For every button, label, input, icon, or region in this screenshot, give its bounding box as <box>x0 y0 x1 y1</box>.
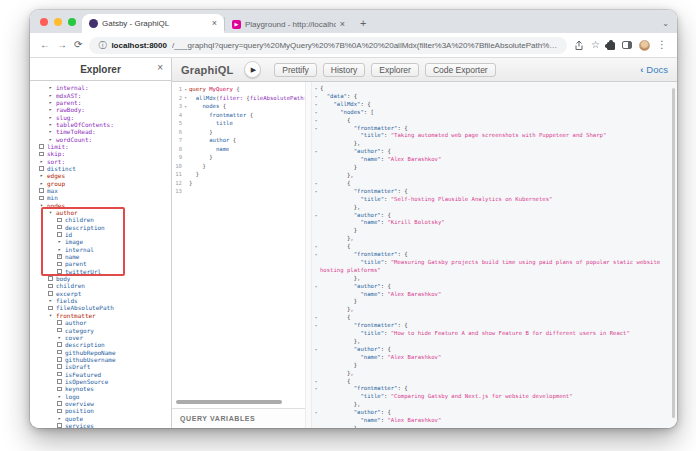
fold-arrow-icon[interactable]: ▾ <box>312 109 320 117</box>
explorer-tree-item[interactable]: ▸slug: <box>38 113 171 120</box>
window-minimize-button[interactable] <box>54 18 62 26</box>
fold-arrow-icon[interactable]: ▾ <box>312 283 320 291</box>
explorer-tree-item[interactable]: position <box>38 407 171 414</box>
expand-arrow-icon[interactable]: ▸ <box>56 416 63 421</box>
field-checkbox[interactable] <box>56 409 63 414</box>
expand-arrow-icon[interactable]: ▸ <box>47 107 54 112</box>
field-checkbox[interactable] <box>56 262 63 267</box>
expand-arrow-icon[interactable]: ▸ <box>38 173 45 178</box>
fold-arrow-icon[interactable]: ▾ <box>312 125 320 133</box>
explorer-tree-item[interactable]: parent <box>38 260 171 267</box>
explorer-tree-item[interactable]: max <box>38 187 171 194</box>
window-close-button[interactable] <box>40 18 48 26</box>
collapse-arrow-icon[interactable]: ▾ <box>38 203 45 208</box>
fold-arrow-icon[interactable]: ▾ <box>312 385 320 393</box>
explorer-tree-item[interactable]: overview <box>38 400 171 407</box>
explorer-tree-item[interactable]: ▸logo <box>38 392 171 399</box>
collapse-arrow-icon[interactable]: ▾ <box>47 313 54 318</box>
explorer-tree-item[interactable]: ▸quote <box>38 414 171 421</box>
field-checkbox[interactable] <box>38 166 45 171</box>
field-checkbox[interactable] <box>56 372 63 377</box>
toolbar-button-history[interactable]: History <box>323 63 365 77</box>
expand-arrow-icon[interactable]: ▸ <box>47 100 54 105</box>
explorer-tree-item[interactable]: category <box>38 326 171 333</box>
field-checkbox[interactable] <box>47 276 54 281</box>
explorer-close-icon[interactable]: × <box>157 62 163 73</box>
docs-button[interactable]: ‹ Docs <box>640 64 668 75</box>
field-checkbox[interactable] <box>56 225 63 230</box>
query-code[interactable]: 1▾query MyQuery {2▾ allMdx(filter: {file… <box>172 82 305 408</box>
explorer-tree-item[interactable]: githubRepoName <box>38 348 171 355</box>
window-zoom-button[interactable] <box>68 18 76 26</box>
address-bar[interactable]: ⓘ localhost:8000/___graphql?query=query%… <box>89 37 567 54</box>
field-checkbox[interactable] <box>38 152 45 157</box>
field-checkbox[interactable] <box>56 269 63 274</box>
fold-arrow-icon[interactable]: ▾ <box>312 85 320 93</box>
explorer-tree-item[interactable]: ▸mdxAST: <box>38 91 171 98</box>
explorer-tree-item[interactable]: skip: <box>38 150 171 157</box>
tab-close-icon[interactable]: × <box>212 19 217 28</box>
explorer-tree-item[interactable]: services <box>38 422 171 428</box>
expand-arrow-icon[interactable]: ▸ <box>47 129 54 134</box>
field-checkbox[interactable] <box>56 350 63 355</box>
explorer-tree-item[interactable]: children <box>38 282 171 289</box>
field-checkbox[interactable] <box>56 342 63 347</box>
tab-close-icon[interactable]: × <box>340 20 345 29</box>
field-checkbox[interactable] <box>56 364 63 369</box>
field-checkbox[interactable] <box>38 188 45 193</box>
field-checkbox[interactable] <box>56 232 63 237</box>
explorer-tree-item[interactable]: ▸cover <box>38 334 171 341</box>
expand-arrow-icon[interactable]: ▸ <box>47 93 54 98</box>
forward-icon[interactable]: → <box>57 40 67 50</box>
fold-arrow-icon[interactable]: ▾ <box>312 346 320 354</box>
expand-arrow-icon[interactable]: ▸ <box>56 247 63 252</box>
fold-arrow-icon[interactable]: ▾ <box>182 104 189 109</box>
explorer-tree-item[interactable]: description <box>38 224 171 231</box>
explorer-tree-item[interactable]: ▸timeToRead: <box>38 128 171 135</box>
explorer-tree-item[interactable]: ▸group <box>38 179 171 186</box>
expand-arrow-icon[interactable]: ▸ <box>56 394 63 399</box>
explorer-tree-item[interactable]: limit: <box>38 143 171 150</box>
field-checkbox[interactable] <box>56 328 63 333</box>
side-panel-icon[interactable] <box>622 41 632 49</box>
explorer-tree-item[interactable]: ▸tableOfContents: <box>38 121 171 128</box>
explorer-field-tree[interactable]: ▸internal:▸mdxAST:▸parent:▸rawBody:▸slug… <box>30 81 171 428</box>
explorer-tree-item[interactable]: ▸image <box>38 238 171 245</box>
collapse-arrow-icon[interactable]: ▾ <box>47 210 54 215</box>
horizontal-scrollbar[interactable] <box>176 400 282 404</box>
fold-arrow-icon[interactable]: ▾ <box>312 409 320 417</box>
expand-arrow-icon[interactable]: ▸ <box>56 335 63 340</box>
vertical-scrollbar[interactable] <box>672 88 675 418</box>
field-checkbox[interactable] <box>47 284 54 289</box>
toolbar-button-code-exporter[interactable]: Code Exporter <box>425 63 496 77</box>
explorer-tree-item[interactable]: ▸internal: <box>38 84 171 91</box>
fold-arrow-icon[interactable]: ▾ <box>312 148 320 156</box>
pane-resize-divider[interactable] <box>305 82 312 428</box>
refresh-icon[interactable]: ⟳ <box>74 40 82 50</box>
explorer-tree-item[interactable]: ▾frontmatter <box>38 312 171 319</box>
new-tab-button[interactable]: + <box>360 18 366 29</box>
explorer-tree-item[interactable]: ▸wordCount: <box>38 135 171 142</box>
explorer-tree-item[interactable]: body <box>38 275 171 282</box>
expand-arrow-icon[interactable]: ▸ <box>47 298 54 303</box>
explorer-tree-item[interactable]: ▸internal <box>38 246 171 253</box>
fold-arrow-icon[interactable]: ▾ <box>312 378 320 386</box>
field-checkbox[interactable] <box>56 320 63 325</box>
explorer-tree-item[interactable]: ▸parent: <box>38 99 171 106</box>
field-checkbox[interactable]: ✓ <box>56 254 63 259</box>
explorer-tree-item[interactable]: isOpenSource <box>38 378 171 385</box>
results-pane[interactable]: ▾{▾ "data": {▾ "allMdx": {▾ "nodes": [▾ … <box>312 82 677 428</box>
explorer-tree-item[interactable]: distinct <box>38 165 171 172</box>
query-editor[interactable]: 1▾query MyQuery {2▾ allMdx(filter: {file… <box>172 82 305 428</box>
explorer-tree-item[interactable]: excerpt <box>38 290 171 297</box>
share-icon[interactable] <box>574 40 584 51</box>
fold-arrow-icon[interactable]: ▾ <box>312 243 320 251</box>
fold-arrow-icon[interactable]: ▾ <box>182 95 189 100</box>
fold-arrow-icon[interactable]: ▾ <box>312 188 320 196</box>
field-checkbox[interactable] <box>38 144 45 149</box>
explorer-tree-item[interactable]: ▾author <box>38 209 171 216</box>
explorer-tree-item[interactable]: ▾nodes <box>38 202 171 209</box>
field-checkbox[interactable] <box>47 291 54 296</box>
explorer-tree-item[interactable]: ▸fields <box>38 297 171 304</box>
query-variables-bar[interactable]: QUERY VARIABLES <box>172 408 305 428</box>
